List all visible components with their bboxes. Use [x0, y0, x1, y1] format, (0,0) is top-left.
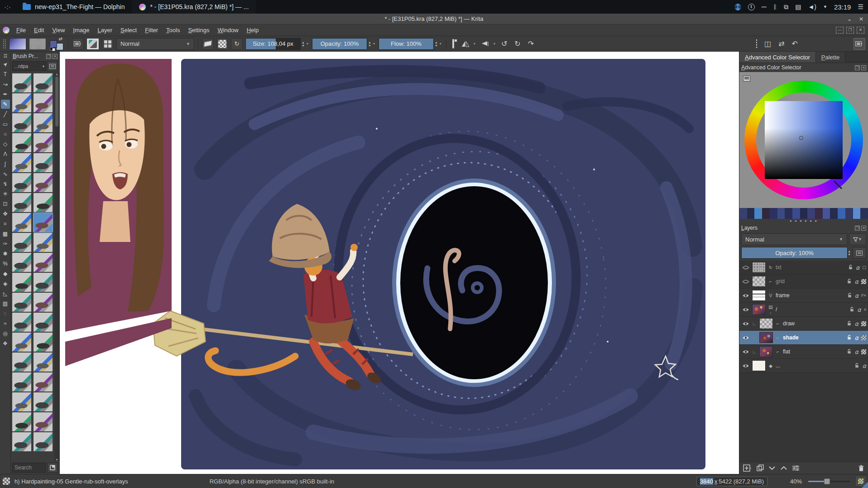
brush-preset-thumbnail[interactable] — [12, 93, 31, 112]
brush-preset-thumbnail[interactable] — [34, 113, 53, 132]
trim-to-image-button[interactable] — [754, 40, 759, 48]
brush-search-input[interactable] — [12, 463, 46, 473]
brush-preset-thumbnail[interactable] — [12, 153, 31, 172]
tool-enclose-fill[interactable]: ◈ — [1, 279, 10, 288]
reload-preset-button[interactable]: ↻ — [231, 38, 243, 50]
clock[interactable]: 23:19 — [834, 3, 851, 11]
menu-help[interactable]: Help — [243, 27, 263, 34]
layer-row-grid[interactable]: ⌐ grid α — [739, 275, 868, 289]
brush-preset-thumbnail[interactable] — [34, 412, 53, 431]
shade-swatch[interactable] — [838, 208, 845, 219]
tool-bezier-curve[interactable]: ∫ — [1, 159, 10, 169]
shade-swatch[interactable] — [762, 208, 770, 219]
inherit-alpha-icon[interactable] — [861, 335, 866, 340]
image-size-field[interactable]: 3840 x 5422 (827,2 MiB) — [696, 477, 767, 486]
visibility-icon[interactable] — [742, 265, 750, 270]
menu-filter[interactable]: Filter — [141, 27, 162, 34]
brush-preset-thumbnail[interactable] — [12, 133, 31, 152]
duplicate-layer-button[interactable] — [757, 464, 764, 472]
menu-file[interactable]: File — [12, 27, 30, 34]
reset-canvas-rotation-button[interactable]: ↻ — [512, 39, 523, 48]
brush-preset-thumbnail[interactable] — [12, 73, 31, 92]
undo-button[interactable]: ↶ — [790, 39, 800, 48]
brush-preset-thumbnail[interactable] — [12, 193, 31, 212]
tab-palette[interactable]: Palette — [816, 52, 845, 63]
clipboard-icon[interactable]: ▤ — [795, 3, 801, 10]
shade-swatch[interactable] — [785, 208, 792, 219]
taskbar-item-dolphin[interactable]: new-ep31_The-Fight — Dolphin — [15, 0, 132, 14]
shade-swatch[interactable] — [860, 208, 868, 219]
brush-preset-thumbnail[interactable] — [12, 293, 31, 312]
tool-move[interactable]: ✥ — [1, 209, 10, 218]
tool-text[interactable]: T — [1, 70, 10, 79]
brush-preset-thumbnail[interactable] — [12, 213, 31, 232]
visibility-icon[interactable] — [742, 307, 750, 312]
brush-preset-thumbnail[interactable] — [34, 193, 53, 212]
mdi-restore-icon[interactable]: ❐ — [846, 27, 854, 34]
shade-swatch[interactable] — [747, 208, 755, 219]
edit-brush-settings-button[interactable]: ▾ — [72, 38, 84, 50]
menu-edit[interactable]: Edit — [30, 27, 48, 34]
group-folder-icon[interactable]: ▤⌄ — [767, 304, 774, 314]
shade-swatch[interactable] — [777, 208, 785, 219]
blending-mode-dropdown[interactable]: Normal▼ — [116, 38, 194, 50]
brush-preset-thumbnail[interactable] — [12, 173, 31, 192]
shade-swatch[interactable] — [830, 208, 838, 219]
toolbar-grip[interactable] — [3, 39, 6, 49]
visibility-icon[interactable] — [742, 335, 750, 340]
brush-preset-chooser-button[interactable] — [86, 38, 99, 50]
tool-crop[interactable]: ⌗ — [1, 219, 10, 228]
minimize-icon[interactable]: ⌄ — [847, 16, 852, 22]
brush-tag-filter[interactable]: ...rdpa▾ — [12, 61, 46, 71]
brush-preset-thumbnail[interactable] — [12, 273, 31, 292]
brush-preset-thumbnail[interactable] — [34, 253, 53, 272]
lock-icon[interactable] — [849, 307, 854, 312]
brush-preset-thumbnail[interactable] — [34, 372, 53, 391]
preserve-alpha-button[interactable] — [216, 38, 228, 50]
taskbar-item-krita[interactable]: * - [E31P05.kra (827,2 MiB) *] — ... — [132, 0, 256, 14]
lock-icon[interactable] — [847, 293, 852, 298]
tool-similar-select[interactable]: ≈ — [1, 319, 10, 328]
layer-row-shade-selected[interactable]: ∟ ⌐ shade α — [739, 331, 868, 345]
visibility-icon[interactable] — [742, 321, 750, 326]
layer-thumbnail[interactable] — [752, 360, 766, 371]
bluetooth-icon[interactable]: ᛒ — [773, 3, 777, 10]
tool-polygon[interactable]: ◇ — [1, 140, 10, 149]
wrap-around-button[interactable]: ⇄ — [776, 39, 786, 48]
flow-slider[interactable]: Flow: 100% — [379, 38, 434, 50]
layer-row-txt[interactable]: ↻ txt α ▢ — [739, 261, 868, 275]
close-icon[interactable]: ✕ — [859, 16, 863, 22]
brush-preset-thumbnail[interactable] — [12, 333, 31, 352]
eraser-mode-button[interactable] — [202, 38, 214, 50]
lock-icon[interactable] — [847, 279, 852, 284]
saturation-value-square[interactable] — [765, 101, 843, 179]
brush-preset-thumbnail[interactable] — [34, 273, 53, 292]
layer-row-draw[interactable]: ∟ ⌐ draw α — [739, 317, 868, 331]
alpha-lock-icon[interactable]: α — [855, 292, 859, 299]
brush-preset-thumbnail[interactable] — [34, 133, 53, 152]
float-docker-icon[interactable]: ❐ — [855, 226, 860, 231]
opacity-slider[interactable]: Opacity: 100% — [312, 38, 367, 50]
canvas[interactable] — [60, 52, 739, 474]
brush-preset-thumbnail[interactable] — [12, 372, 31, 391]
brush-preset-thumbnail[interactable] — [34, 333, 53, 352]
tool-assistants[interactable]: ◺ — [1, 289, 10, 298]
layer-opacity-spinner[interactable]: ▲▼ — [848, 247, 851, 259]
menu-image[interactable]: Image — [69, 27, 93, 34]
delete-layer-button[interactable] — [858, 465, 864, 472]
layer-properties-button[interactable] — [853, 247, 866, 259]
tool-color-sampler[interactable]: ✑ — [1, 239, 10, 248]
rotate-canvas-right-button[interactable]: ↷ — [526, 39, 536, 48]
brush-preset-thumbnail[interactable] — [12, 253, 31, 272]
gradient-chooser-button[interactable] — [9, 38, 26, 50]
brush-grid-scrollbar[interactable]: ▲▼ — [54, 72, 59, 461]
alpha-lock-icon[interactable]: α — [856, 264, 860, 271]
background-color-swatch[interactable] — [56, 43, 63, 50]
tool-edit-shapes[interactable]: ↝ — [1, 80, 10, 89]
activities-icon[interactable]: ·:· — [0, 0, 15, 14]
toolbox-grip[interactable]: ●●●● — [4, 53, 7, 58]
layer-row-background[interactable]: ◆ ... α — [739, 359, 868, 373]
hamburger-menu-icon[interactable]: ☰ — [858, 3, 863, 10]
zoom-slider[interactable] — [808, 478, 850, 484]
visibility-icon[interactable] — [742, 293, 750, 298]
